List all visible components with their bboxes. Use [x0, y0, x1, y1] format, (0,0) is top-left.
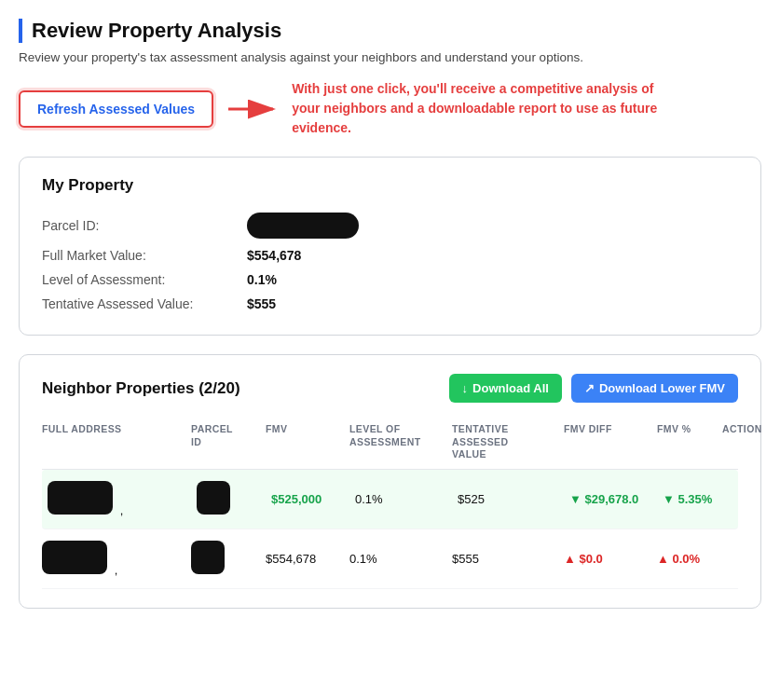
neighbor-title: Neighbor Properties (2/20) [42, 379, 240, 398]
loa-label: Level of Assessment: [42, 272, 247, 287]
page-subtitle: Review your property's tax assessment an… [19, 50, 761, 64]
tav-label: Tentative Assessed Value: [42, 296, 247, 311]
property-row-parcel: Parcel ID: [42, 208, 738, 243]
arrow-right-icon [228, 92, 284, 126]
my-property-title: My Property [42, 176, 738, 195]
address-redacted-1 [48, 481, 113, 515]
download-lower-fmv-button[interactable]: ↗ Download Lower FMV [571, 374, 738, 403]
download-icon: ↓ [462, 381, 469, 395]
row1-tentative: $525 [458, 492, 569, 506]
fmv-label: Full Market Value: [42, 248, 247, 263]
loa-value: 0.1% [247, 272, 277, 287]
tav-value: $555 [247, 296, 276, 311]
download-all-button[interactable]: ↓ Download All [449, 374, 562, 403]
property-row-tav: Tentative Assessed Value: $555 [42, 292, 738, 316]
col-fmv: FMV [266, 423, 349, 461]
row2-fmv-pct: ▲ 0.0% [657, 552, 722, 566]
arrow-cta-container: With just one click, you'll receive a co… [228, 79, 683, 138]
col-fmv-diff: FMV DIFF [564, 423, 657, 461]
row2-parcel [191, 541, 266, 577]
row2-fmv-diff: ▲ $0.0 [564, 552, 657, 566]
row2-level: 0.1% [349, 552, 452, 566]
parcel-redacted-1 [197, 481, 230, 515]
neighbor-properties-card: Neighbor Properties (2/20) ↓ Download Al… [19, 354, 761, 609]
row2-tentative: $555 [452, 552, 564, 566]
col-level: LEVEL OFASSESSMENT [349, 423, 452, 461]
my-property-card: My Property Parcel ID: Full Market Value… [19, 157, 761, 336]
download-lower-label: Download Lower FMV [599, 381, 725, 395]
address-redacted-2 [42, 541, 107, 574]
refresh-assessed-values-button[interactable]: Refresh Assessed Values [19, 90, 213, 128]
parcel-redacted-2 [191, 541, 225, 574]
col-tentative: TENTATIVEASSESSEDVALUE [452, 423, 564, 461]
page-title: Review Property Analysis [19, 19, 761, 43]
parcel-label: Parcel ID: [42, 218, 247, 233]
neighbor-header: Neighbor Properties (2/20) ↓ Download Al… [42, 374, 738, 403]
row1-level: 0.1% [355, 492, 458, 506]
row2-address: , [42, 541, 191, 577]
refresh-row: Refresh Assessed Values With just one cl… [19, 79, 761, 138]
table-row: , $554,678 0.1% $555 ▲ $0.0 ▲ 0.0% [42, 529, 738, 589]
parcel-value-redacted [247, 213, 359, 239]
col-parcel-id: PARCELID [191, 423, 266, 461]
row1-fmv-pct: ▼ 5.35% [663, 492, 728, 506]
neighbor-btn-group: ↓ Download All ↗ Download Lower FMV [449, 374, 738, 403]
table-header: FULL ADDRESS PARCELID FMV LEVEL OFASSESS… [42, 416, 738, 470]
col-action: ACTION [722, 423, 780, 461]
row1-fmv: $525,000 [271, 492, 355, 506]
row1-address: , [48, 481, 197, 517]
property-row-loa: Level of Assessment: 0.1% [42, 268, 738, 292]
cta-description: With just one click, you'll receive a co… [292, 79, 683, 138]
row1-fmv-diff: ▼ $29,678.0 [569, 492, 663, 506]
row1-parcel [197, 481, 271, 517]
row2-fmv: $554,678 [266, 552, 349, 566]
col-fmv-pct: FMV % [657, 423, 722, 461]
table-row: , $525,000 0.1% $525 ▼ $29,678.0 ▼ 5.35% [42, 470, 738, 529]
download-lower-icon: ↗ [584, 381, 595, 395]
download-all-label: Download All [472, 381, 549, 395]
fmv-value: $554,678 [247, 248, 301, 263]
col-full-address: FULL ADDRESS [42, 423, 191, 461]
property-row-fmv: Full Market Value: $554,678 [42, 243, 738, 268]
